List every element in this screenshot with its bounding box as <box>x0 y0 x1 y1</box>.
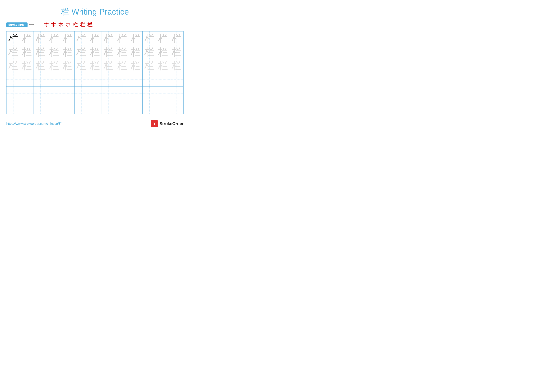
grid-cell: 栏 <box>129 31 143 45</box>
grid-cell <box>61 100 74 114</box>
grid-cell: 栏 <box>102 59 115 73</box>
grid-cell <box>74 100 88 114</box>
grid-cell <box>34 100 47 114</box>
grid-cell <box>102 100 115 114</box>
stroke-step-4: 木 <box>51 21 56 28</box>
grid-cell: 栏 <box>61 31 74 45</box>
footer-url[interactable]: https://www.strokeorder.com/chinese/栏 <box>6 121 62 126</box>
stroke-step-8: 栏 <box>80 21 85 28</box>
grid-cell: 栏 <box>34 59 47 73</box>
grid-cell <box>47 100 61 114</box>
grid-cell <box>143 73 156 86</box>
grid-cell: 栏 <box>170 31 183 45</box>
grid-cell: 栏 <box>20 45 34 59</box>
brand-name: StrokeOrder <box>160 121 183 126</box>
grid-cell <box>20 100 34 114</box>
grid-cell: 栏 <box>129 45 143 59</box>
grid-cell: 栏 <box>7 45 20 59</box>
grid-cell <box>47 86 61 100</box>
grid-cell <box>170 86 183 100</box>
grid-cell <box>170 100 183 114</box>
stroke-order-row: Stroke Order 一 十 才 木 木 朩 栏 栏 栏 <box>6 21 183 28</box>
grid-cell <box>102 86 115 100</box>
grid-cell: 栏 <box>74 45 88 59</box>
page-title: 栏 Writing Practice <box>6 6 183 17</box>
stroke-steps: 一 十 才 木 木 朩 栏 栏 栏 <box>29 21 92 28</box>
footer-brand: 字 StrokeOrder <box>151 120 183 127</box>
grid-cell: 栏 <box>129 59 143 73</box>
grid-cell <box>129 100 143 114</box>
grid-row-5 <box>7 86 183 100</box>
grid-row-3: 栏 栏 栏 栏 栏 栏 栏 栏 栏 栏 栏 栏 栏 <box>7 59 183 73</box>
grid-cell: 栏 <box>88 45 102 59</box>
grid-cell: 栏 <box>7 31 20 45</box>
stroke-step-5: 木 <box>58 21 63 28</box>
grid-row-4 <box>7 73 183 86</box>
grid-cell: 栏 <box>20 31 34 45</box>
grid-cell <box>115 100 129 114</box>
grid-cell: 栏 <box>34 45 47 59</box>
grid-cell: 栏 <box>156 59 170 73</box>
grid-cell: 栏 <box>143 59 156 73</box>
grid-cell <box>129 86 143 100</box>
grid-cell <box>88 86 102 100</box>
grid-cell: 栏 <box>74 59 88 73</box>
grid-cell <box>34 73 47 86</box>
grid-cell: 栏 <box>115 31 129 45</box>
grid-cell <box>47 73 61 86</box>
stroke-step-3: 才 <box>44 21 49 28</box>
grid-cell: 栏 <box>156 31 170 45</box>
grid-cell <box>156 73 170 86</box>
grid-cell: 栏 <box>74 31 88 45</box>
grid-cell: 栏 <box>47 59 61 73</box>
stroke-step-1: 一 <box>29 21 34 28</box>
grid-cell <box>20 86 34 100</box>
grid-cell <box>7 73 20 86</box>
grid-cell <box>74 73 88 86</box>
grid-cell: 栏 <box>61 59 74 73</box>
grid-cell <box>7 86 20 100</box>
grid-cell <box>34 86 47 100</box>
grid-cell <box>143 86 156 100</box>
grid-cell <box>74 86 88 100</box>
grid-cell <box>115 73 129 86</box>
grid-cell: 栏 <box>61 45 74 59</box>
grid-cell: 栏 <box>156 45 170 59</box>
grid-row-2: 栏 栏 栏 栏 栏 栏 栏 栏 栏 栏 栏 栏 栏 <box>7 45 183 59</box>
grid-cell <box>170 73 183 86</box>
grid-cell: 栏 <box>7 59 20 73</box>
grid-cell <box>61 73 74 86</box>
grid-cell: 栏 <box>88 31 102 45</box>
footer: https://www.strokeorder.com/chinese/栏 字 … <box>6 120 183 127</box>
grid-cell: 栏 <box>88 59 102 73</box>
grid-cell: 栏 <box>47 31 61 45</box>
grid-cell <box>88 100 102 114</box>
grid-cell <box>20 73 34 86</box>
grid-cell: 栏 <box>34 31 47 45</box>
stroke-step-6: 朩 <box>66 21 71 28</box>
grid-row-6 <box>7 100 183 114</box>
grid-cell <box>129 73 143 86</box>
grid-cell: 栏 <box>115 59 129 73</box>
grid-cell: 栏 <box>47 45 61 59</box>
grid-cell: 栏 <box>115 45 129 59</box>
brand-icon: 字 <box>151 120 158 127</box>
practice-grid: 栏 栏 栏 栏 栏 栏 栏 栏 栏 栏 栏 栏 栏 栏 栏 栏 栏 栏 栏 栏 … <box>6 31 183 114</box>
grid-cell: 栏 <box>170 59 183 73</box>
grid-cell <box>115 86 129 100</box>
grid-cell: 栏 <box>20 59 34 73</box>
stroke-step-7: 栏 <box>73 21 78 28</box>
grid-cell <box>143 100 156 114</box>
grid-cell <box>88 73 102 86</box>
stroke-order-badge: Stroke Order <box>6 22 28 27</box>
stroke-step-2: 十 <box>37 21 41 28</box>
grid-cell: 栏 <box>143 45 156 59</box>
grid-cell <box>156 86 170 100</box>
grid-cell: 栏 <box>143 31 156 45</box>
grid-cell: 栏 <box>102 31 115 45</box>
grid-cell <box>102 73 115 86</box>
grid-cell <box>61 86 74 100</box>
grid-row-1: 栏 栏 栏 栏 栏 栏 栏 栏 栏 栏 栏 栏 栏 <box>7 31 183 45</box>
stroke-step-9: 栏 <box>87 21 92 28</box>
grid-cell <box>156 100 170 114</box>
